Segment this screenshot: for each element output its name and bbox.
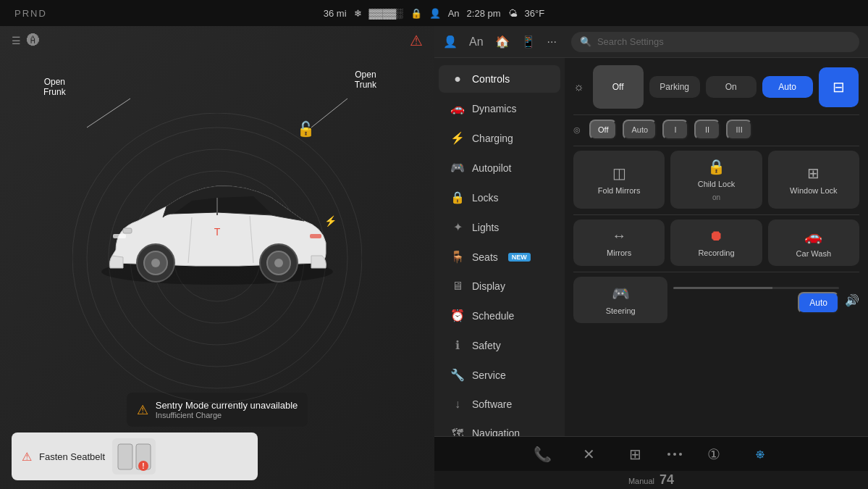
- user-icon: 👤: [429, 8, 441, 19]
- dot-1: [667, 453, 670, 456]
- side-menu: ● Controls 🚗 Dynamics ⚡ Charging 🎮 Autop…: [434, 58, 565, 436]
- divider-1: [573, 114, 859, 115]
- person-icon: 👤: [443, 35, 458, 49]
- seatbelt-label: Fasten Seatbelt: [39, 451, 105, 462]
- menu-item-controls[interactable]: ● Controls: [439, 65, 560, 93]
- wiper-2-button[interactable]: II: [694, 120, 720, 140]
- svg-point-12: [151, 259, 160, 267]
- menu-item-safety[interactable]: ℹ Safety: [439, 331, 560, 359]
- media-cards-row: ↔ Mirrors ⏺ Recording 🚗 Car Wash: [573, 220, 859, 266]
- lights-on-button[interactable]: On: [706, 76, 757, 98]
- steering-icon: 🎮: [612, 285, 630, 302]
- display-button[interactable]: ⊟: [819, 67, 859, 107]
- wiper-auto-button[interactable]: Auto: [623, 120, 657, 140]
- menu-item-autopilot[interactable]: 🎮 Autopilot: [439, 154, 560, 182]
- steering-auto-button[interactable]: Auto: [798, 292, 839, 314]
- menu-label-locks: Locks: [472, 192, 499, 204]
- menu-item-schedule[interactable]: ⏰ Schedule: [439, 301, 560, 330]
- menu-item-charging[interactable]: ⚡ Charging: [439, 124, 560, 152]
- svg-point-15: [274, 259, 283, 267]
- control-grid: ☼ Off Parking On Auto ⊟: [565, 58, 868, 436]
- menu-item-software[interactable]: ↓ Software: [439, 390, 560, 418]
- steering-label: Steering: [606, 306, 636, 316]
- menu-label-software: Software: [472, 398, 512, 410]
- lights-auto-button[interactable]: Auto: [762, 76, 813, 98]
- menu-icon: ☰: [12, 35, 21, 46]
- svg-text:⚡: ⚡: [324, 215, 337, 227]
- taskbar-apps[interactable]: ⊞: [621, 440, 650, 469]
- temp-value: 74: [660, 472, 674, 487]
- taskbar-info[interactable]: ①: [699, 440, 728, 469]
- bottom-label-bar: Manual 74: [434, 471, 868, 489]
- menu-label-display: Display: [472, 280, 505, 292]
- steering-slider[interactable]: [673, 287, 839, 289]
- menu-item-seats[interactable]: 🪑 Seats NEW: [439, 243, 560, 271]
- user-name: An: [448, 8, 460, 19]
- auto-btn-wrapper: Auto: [673, 292, 839, 314]
- menu-item-locks[interactable]: 🔒 Locks: [439, 183, 560, 212]
- dynamics-icon: 🚗: [450, 101, 465, 115]
- software-icon: ↓: [450, 398, 465, 411]
- steering-card[interactable]: 🎮 Steering: [573, 277, 667, 323]
- taskbar-x[interactable]: ✕: [575, 440, 604, 469]
- child-lock-card[interactable]: 🔒 Child Lock on: [670, 151, 762, 209]
- menu-item-service[interactable]: 🔧 Service: [439, 361, 560, 389]
- lights-parking-button[interactable]: Parking: [649, 76, 700, 98]
- fold-mirrors-icon: ◫: [612, 164, 626, 182]
- search-bar[interactable]: 🔍 Search Settings: [571, 32, 859, 52]
- seatbelt-diagram: !: [112, 438, 156, 475]
- svg-rect-18: [310, 234, 321, 238]
- taskbar-more-dots[interactable]: [667, 453, 682, 456]
- time-display: 2:28 pm: [467, 8, 501, 19]
- menu-item-navigation[interactable]: 🗺 Navigation: [439, 419, 560, 436]
- taskbar-phone[interactable]: 📞: [528, 440, 557, 469]
- mirror-cards-row: ◫ Fold Mirrors 🔒 Child Lock on ⊞ Window …: [573, 151, 859, 209]
- navigation-icon: 🗺: [450, 427, 465, 436]
- left-panel: ☰ 🅐 ⚠ Open Frunk Open Trunk 🔓: [0, 26, 434, 489]
- dot-2: [673, 453, 676, 456]
- svg-line-6: [87, 99, 130, 128]
- mirrors-card[interactable]: ↔ Mirrors: [573, 220, 665, 266]
- window-lock-card[interactable]: ⊞ Window Lock: [768, 151, 859, 209]
- taskbar-bluetooth[interactable]: ⎈: [746, 440, 775, 469]
- seatbelt-notification: ⚠ Fasten Seatbelt !: [12, 432, 258, 480]
- menu-label-safety: Safety: [472, 340, 501, 351]
- safety-icon: ℹ: [450, 338, 465, 352]
- search-placeholder: Search Settings: [597, 36, 664, 47]
- wiper-1-button[interactable]: I: [662, 120, 688, 140]
- weather-icon: 🌤: [508, 8, 518, 19]
- divider-3: [573, 214, 859, 215]
- svg-line-7: [311, 99, 347, 128]
- wiper-off-button[interactable]: Off: [589, 120, 617, 140]
- light-controls-row: ☼ Off Parking On Auto ⊟: [573, 65, 859, 109]
- car-wash-card[interactable]: 🚗 Car Wash: [768, 220, 859, 266]
- recording-label: Recording: [698, 248, 734, 258]
- svg-text:!: !: [142, 462, 144, 470]
- seats-icon: 🪑: [450, 250, 465, 264]
- volume-icon[interactable]: 🔊: [845, 293, 859, 307]
- lights-off-button[interactable]: Off: [593, 65, 644, 109]
- sentry-subtitle: Insufficient Charge: [156, 411, 298, 419]
- service-icon: 🔧: [450, 368, 465, 382]
- gear-indicator: ☰ 🅐: [12, 33, 40, 49]
- menu-item-dynamics[interactable]: 🚗 Dynamics: [439, 94, 560, 122]
- menu-label-seats: Seats: [472, 251, 498, 263]
- home-icon: 🏠: [495, 35, 510, 49]
- fold-mirrors-card[interactable]: ◫ Fold Mirrors: [573, 151, 665, 209]
- sentry-text: Sentry Mode currently unavailable Insuff…: [156, 400, 298, 419]
- a-icon: 🅐: [27, 33, 40, 49]
- wiper-label: ◎: [573, 125, 581, 135]
- divider-4: [573, 272, 859, 272]
- menu-item-lights[interactable]: ✦ Lights: [439, 213, 560, 241]
- open-frunk-label[interactable]: Open Frunk: [43, 77, 66, 97]
- menu-item-display[interactable]: 🖥 Display: [439, 272, 560, 300]
- volume-control: 🔊: [845, 293, 859, 307]
- mirrors-label: Mirrors: [607, 248, 631, 258]
- window-lock-label: Window Lock: [790, 186, 837, 196]
- trunk-connector: [304, 84, 362, 142]
- child-lock-icon: 🔒: [707, 158, 725, 175]
- autopilot-icon: 🎮: [450, 161, 465, 175]
- wiper-3-button[interactable]: III: [726, 120, 752, 140]
- recording-card[interactable]: ⏺ Recording: [670, 220, 762, 266]
- left-panel-top: ☰ 🅐 ⚠: [0, 26, 434, 55]
